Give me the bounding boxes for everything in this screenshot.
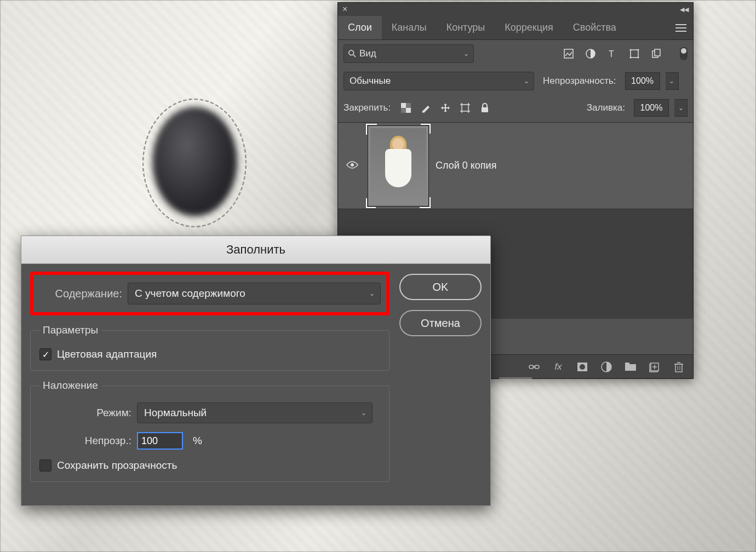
svg-rect-19 — [462, 105, 468, 111]
svg-rect-14 — [655, 49, 660, 56]
mode-select[interactable]: Нормальный ⌄ — [137, 403, 373, 423]
lock-all-icon[interactable] — [478, 101, 491, 114]
filter-pixel-icon[interactable] — [563, 48, 575, 60]
svg-point-10 — [638, 49, 639, 51]
blend-mode-select[interactable]: Обычные ⌄ — [343, 72, 534, 90]
svg-rect-15 — [401, 103, 406, 108]
chevron-down-icon: ⌄ — [524, 77, 529, 85]
fill-dialog: Заполнить Содержание: С учетом содержимо… — [21, 235, 491, 506]
opacity-chevron[interactable]: ⌄ — [666, 72, 679, 90]
panel-menu-icon[interactable] — [669, 24, 693, 32]
content-select[interactable]: С учетом содержимого ⌄ — [128, 283, 381, 304]
filter-toggle[interactable] — [680, 47, 688, 60]
tab-layers[interactable]: Слои — [338, 16, 382, 39]
fill-value[interactable]: 100% — [634, 99, 669, 117]
cancel-button[interactable]: Отмена — [399, 310, 482, 336]
svg-rect-16 — [406, 108, 411, 113]
blend-mode-value: Обычные — [350, 76, 391, 87]
svg-rect-0 — [675, 24, 686, 25]
layer-row[interactable]: Слой 0 копия — [338, 123, 693, 209]
add-mask-icon[interactable] — [576, 360, 589, 373]
svg-rect-2 — [675, 31, 686, 32]
add-layer-icon[interactable] — [648, 360, 661, 373]
parameters-legend: Параметры — [39, 324, 101, 336]
chevron-down-icon: ⌄ — [361, 409, 366, 417]
svg-point-12 — [638, 57, 639, 59]
filter-shape-icon[interactable] — [628, 48, 640, 60]
content-row-highlight: Содержание: С учетом содержимого ⌄ — [30, 272, 390, 315]
panel-tabs: Слои Каналы Контуры Коррекция Свойства — [338, 16, 693, 40]
delete-layer-icon[interactable] — [672, 360, 685, 373]
svg-rect-17 — [406, 103, 411, 108]
fill-label: Заливка: — [587, 102, 625, 113]
dialog-opacity-label: Непрозр.: — [39, 435, 131, 447]
svg-point-34 — [580, 364, 585, 370]
tab-paths[interactable]: Контуры — [437, 16, 495, 39]
mode-select-value: Нормальный — [144, 407, 207, 419]
opacity-label: Непрозрачность: — [543, 76, 616, 87]
color-adapt-checkbox[interactable]: ✓ — [39, 348, 51, 360]
layer-kind-select[interactable]: Вид ⌄ — [343, 44, 474, 63]
tab-properties[interactable]: Свойства — [563, 16, 626, 39]
filter-type-icon[interactable]: T — [606, 48, 618, 60]
lock-pixels-icon[interactable] — [419, 101, 432, 114]
svg-line-4 — [353, 55, 356, 57]
blending-legend: Наложение — [39, 380, 101, 392]
fill-chevron[interactable]: ⌄ — [674, 99, 688, 117]
tab-channels[interactable]: Каналы — [382, 16, 437, 39]
search-icon — [348, 50, 356, 58]
svg-rect-18 — [401, 108, 406, 113]
resize-grip[interactable] — [499, 377, 532, 381]
svg-text:T: T — [609, 49, 614, 59]
svg-point-29 — [351, 163, 354, 166]
collapse-icon[interactable]: ◀◀ — [680, 6, 689, 13]
tab-adjustments[interactable]: Коррекция — [495, 16, 563, 39]
content-select-value: С учетом содержимого — [135, 288, 245, 300]
percent-label: % — [193, 435, 202, 447]
opacity-value[interactable]: 100% — [625, 72, 660, 90]
layer-fx-icon[interactable]: fx — [552, 360, 565, 373]
marquee-selection — [142, 99, 247, 227]
lock-artboard-icon[interactable] — [459, 101, 472, 114]
filter-smart-icon[interactable] — [650, 48, 662, 60]
filter-adjust-icon[interactable] — [585, 48, 597, 60]
layer-name[interactable]: Слой 0 копия — [436, 160, 496, 171]
svg-rect-28 — [482, 107, 488, 112]
preserve-transparency-label: Сохранить прозрачность — [57, 459, 177, 472]
add-adjustment-icon[interactable] — [600, 360, 613, 373]
filter-icons: T — [563, 47, 688, 60]
link-layers-icon[interactable] — [528, 360, 541, 373]
visibility-icon[interactable] — [343, 159, 361, 172]
panel-titlebar[interactable]: × ◀◀ — [338, 3, 693, 16]
lock-label: Закрепить: — [343, 102, 391, 113]
close-icon[interactable]: × — [342, 4, 347, 14]
layer-kind-label: Вид — [359, 48, 376, 59]
dialog-title: Заполнить — [21, 236, 490, 264]
layer-thumbnail[interactable] — [368, 125, 429, 206]
content-label: Содержание: — [39, 288, 122, 300]
svg-rect-8 — [631, 50, 638, 58]
parameters-fieldset: Параметры ✓ Цветовая адаптация — [30, 324, 390, 371]
color-adapt-label: Цветовая адаптация — [57, 348, 157, 360]
svg-point-11 — [630, 57, 632, 59]
preserve-transparency-checkbox[interactable]: ✓ — [39, 459, 51, 472]
svg-point-9 — [630, 49, 632, 51]
svg-rect-39 — [675, 364, 682, 372]
add-group-icon[interactable] — [624, 360, 637, 373]
chevron-down-icon: ⌄ — [463, 50, 469, 58]
chevron-down-icon: ⌄ — [369, 290, 375, 297]
svg-rect-1 — [675, 27, 686, 28]
mode-label: Режим: — [39, 407, 131, 419]
blending-fieldset: Наложение Режим: Нормальный ⌄ Непрозр.: … — [30, 380, 390, 482]
ok-button[interactable]: OK — [399, 274, 482, 300]
lock-position-icon[interactable] — [439, 101, 452, 114]
lock-transparency-icon[interactable] — [399, 101, 413, 114]
svg-point-3 — [349, 50, 354, 55]
dialog-opacity-input[interactable] — [137, 432, 183, 450]
